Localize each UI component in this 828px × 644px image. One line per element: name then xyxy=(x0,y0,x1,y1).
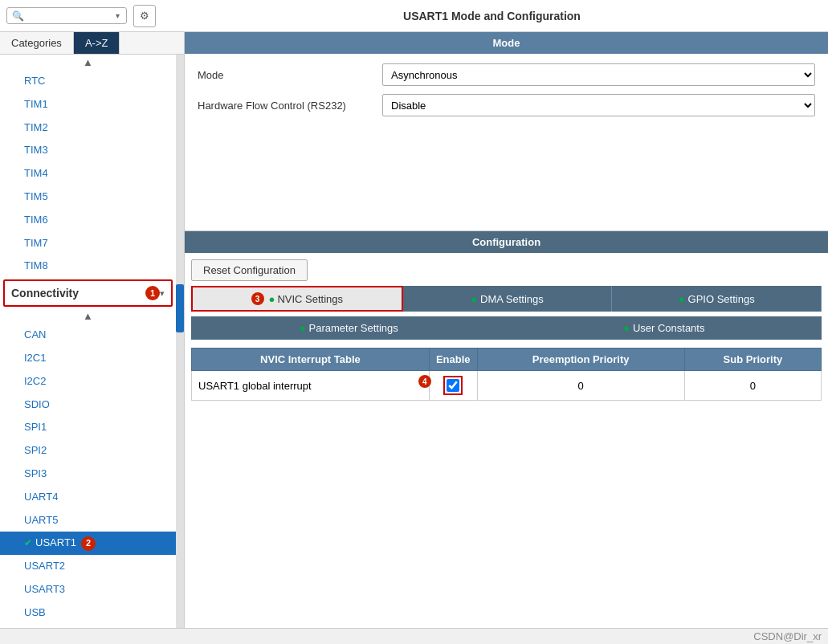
connectivity-label: Connectivity xyxy=(11,287,145,300)
tab-gpio-label: GPIO Settings xyxy=(688,293,755,305)
search-icon: 🔍 xyxy=(12,10,24,22)
bottom-bar: CSDN@Dir_xr xyxy=(0,628,828,644)
nvic-col-interrupt: NVIC Interrupt Table xyxy=(192,348,430,371)
config-tabs-row2: ● Parameter Settings ● User Constants xyxy=(191,316,822,340)
sidebar-item-usart1[interactable]: ✔ USART1 2 xyxy=(0,532,176,555)
sidebar-item-usb[interactable]: USB xyxy=(0,601,176,625)
usart1-label: USART1 xyxy=(35,535,76,552)
user-const-check-icon: ● xyxy=(623,322,630,334)
sidebar-item-tim5[interactable]: TIM5 xyxy=(0,185,176,209)
chevron-down-icon: ▾ xyxy=(160,288,165,299)
sidebar-list: ▲ RTC TIM1 TIM2 TIM3 TIM4 TIM5 TIM6 TIM7… xyxy=(0,55,176,628)
gear-button[interactable]: ⚙ xyxy=(133,5,156,27)
mode-spacer xyxy=(198,124,815,221)
gpio-check-icon: ● xyxy=(679,293,685,305)
nvic-enable-cell: 4 xyxy=(429,371,477,401)
scroll-up-btn[interactable]: ▲ xyxy=(0,55,176,70)
tab-nvic-label: NVIC Settings xyxy=(277,293,343,305)
tab-user-const-label: User Constants xyxy=(633,322,705,334)
page-title: USART1 Mode and Configuration xyxy=(162,10,822,22)
sidebar-scroll-thumb xyxy=(176,284,184,332)
main-layout: Categories A->Z ▲ RTC TIM1 TIM2 TIM3 TIM… xyxy=(0,32,828,628)
table-row: USART1 global interrupt 4 0 0 xyxy=(192,371,822,401)
sidebar-item-tim3[interactable]: TIM3 xyxy=(0,139,176,162)
top-bar: 🔍 ▾ ⚙ USART1 Mode and Configuration xyxy=(0,0,828,32)
tab-gpio-settings[interactable]: ● GPIO Settings xyxy=(612,286,822,312)
tab-a-to-z[interactable]: A->Z xyxy=(74,32,120,54)
sidebar-item-spi3[interactable]: SPI3 xyxy=(0,463,176,486)
badge-4: 4 xyxy=(418,375,431,388)
nvic-enable-checkbox[interactable] xyxy=(447,379,459,392)
nvic-enable-checkbox-wrapper xyxy=(443,376,463,395)
config-header: Configuration xyxy=(185,231,828,253)
connectivity-badge: 1 xyxy=(145,286,160,300)
search-input[interactable] xyxy=(27,10,116,22)
tab-dma-label: DMA Settings xyxy=(480,293,544,305)
sidebar: Categories A->Z ▲ RTC TIM1 TIM2 TIM3 TIM… xyxy=(0,32,185,628)
nvic-interrupt-table: NVIC Interrupt Table Enable Preemption P… xyxy=(191,348,822,401)
connectivity-header[interactable]: Connectivity 1 ▾ xyxy=(3,279,173,307)
check-icon: ✔ xyxy=(24,536,32,551)
scroll-down-btn2[interactable]: ▲ xyxy=(0,308,176,324)
sidebar-item-tim6[interactable]: TIM6 xyxy=(0,209,176,232)
nvic-interrupt-name: USART1 global interrupt xyxy=(192,371,430,401)
tab-categories[interactable]: Categories xyxy=(0,32,74,54)
nvic-col-preemption: Preemption Priority xyxy=(477,348,684,371)
nvic-col-enable: Enable xyxy=(429,348,477,371)
sidebar-tabs: Categories A->Z xyxy=(0,32,184,55)
sidebar-item-can[interactable]: CAN xyxy=(0,324,176,347)
sidebar-item-uart5[interactable]: UART5 xyxy=(0,509,176,532)
mode-label: Mode xyxy=(198,69,374,81)
hw-flow-label: Hardware Flow Control (RS232) xyxy=(198,100,374,112)
config-content: Reset Configuration 3 ● NVIC Settings ● … xyxy=(185,253,828,628)
search-box[interactable]: 🔍 ▾ xyxy=(6,7,127,24)
sidebar-item-tim1[interactable]: TIM1 xyxy=(0,93,176,116)
nvic-col-sub-priority: Sub Priority xyxy=(684,348,821,371)
tab-parameter-settings[interactable]: ● Parameter Settings xyxy=(191,316,507,340)
param-check-icon: ● xyxy=(300,322,306,334)
sidebar-item-i2c2[interactable]: I2C2 xyxy=(0,370,176,393)
chevron-down-icon: ▾ xyxy=(116,11,120,20)
dma-check-icon: ● xyxy=(471,293,477,305)
nvic-sub-priority-value: 0 xyxy=(684,371,821,401)
hw-flow-row: Hardware Flow Control (RS232) Disable xyxy=(198,94,815,116)
tab-param-label: Parameter Settings xyxy=(309,322,398,334)
config-tabs-row1: 3 ● NVIC Settings ● DMA Settings ● GPIO … xyxy=(191,286,822,312)
sidebar-item-usart3[interactable]: USART3 xyxy=(0,578,176,601)
tab-nvic-settings[interactable]: 3 ● NVIC Settings xyxy=(191,286,403,312)
sidebar-item-spi1[interactable]: SPI1 xyxy=(0,416,176,439)
config-section: Configuration Reset Configuration 3 ● NV… xyxy=(185,231,828,628)
mode-select[interactable]: Asynchronous xyxy=(382,63,815,86)
sidebar-item-rtc[interactable]: RTC xyxy=(0,70,176,93)
sidebar-item-tim8[interactable]: TIM8 xyxy=(0,255,176,278)
right-panel: Mode Mode Asynchronous Hardware Flow Con… xyxy=(185,32,828,628)
sidebar-badge-2: 2 xyxy=(81,536,96,551)
nvic-preemption-value: 0 xyxy=(477,371,684,401)
tab-dma-settings[interactable]: ● DMA Settings xyxy=(403,286,613,312)
reset-config-button[interactable]: Reset Configuration xyxy=(191,259,308,281)
sidebar-item-spi2[interactable]: SPI2 xyxy=(0,439,176,463)
sidebar-item-usart2[interactable]: USART2 xyxy=(0,555,176,578)
mode-row: Mode Asynchronous xyxy=(198,63,815,86)
bottom-bar-text: CSDN@Dir_xr xyxy=(753,630,822,642)
hw-flow-select[interactable]: Disable xyxy=(382,94,815,116)
sidebar-item-uart4[interactable]: UART4 xyxy=(0,486,176,509)
mode-section-header: Mode xyxy=(185,32,828,54)
badge-3: 3 xyxy=(251,292,264,305)
gear-icon: ⚙ xyxy=(140,10,149,22)
sidebar-item-tim7[interactable]: TIM7 xyxy=(0,232,176,255)
sidebar-item-tim2[interactable]: TIM2 xyxy=(0,116,176,140)
mode-content: Mode Asynchronous Hardware Flow Control … xyxy=(185,54,828,231)
sidebar-scrollbar[interactable] xyxy=(176,55,184,628)
sidebar-item-i2c1[interactable]: I2C1 xyxy=(0,347,176,370)
sidebar-item-tim4[interactable]: TIM4 xyxy=(0,162,176,185)
tab-user-constants[interactable]: ● User Constants xyxy=(507,316,822,340)
mode-area: Mode Mode Asynchronous Hardware Flow Con… xyxy=(185,32,828,231)
nvic-check-icon: ● xyxy=(269,293,275,305)
sidebar-inner: ▲ RTC TIM1 TIM2 TIM3 TIM4 TIM5 TIM6 TIM7… xyxy=(0,55,184,628)
sidebar-item-sdio[interactable]: SDIO xyxy=(0,393,176,417)
